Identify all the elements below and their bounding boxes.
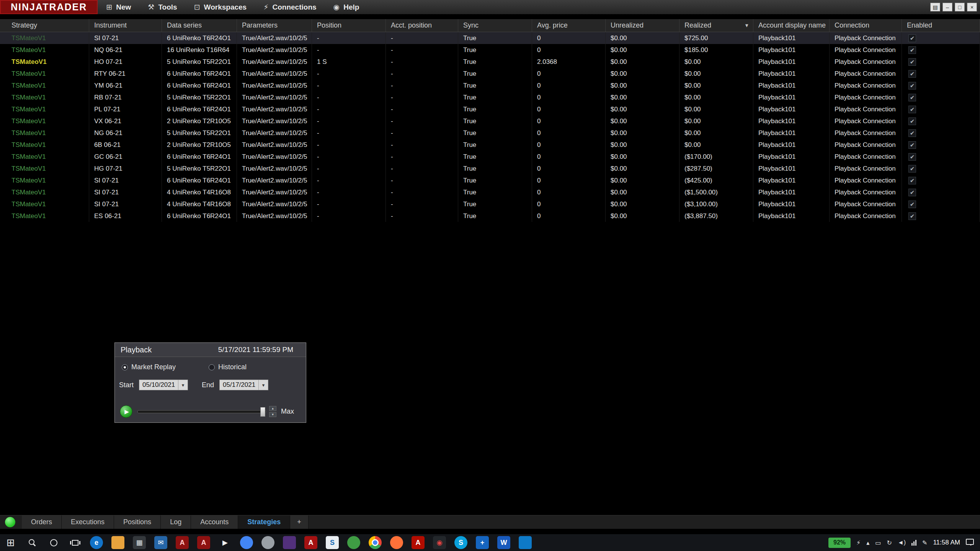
tablet-icon[interactable]: ▭ bbox=[875, 539, 881, 546]
table-row[interactable]: TSMateoV1NG 06-215 UniRenko T5R22O1True/… bbox=[0, 127, 980, 139]
enabled-checkbox[interactable]: ✔ bbox=[902, 115, 980, 127]
enabled-checkbox[interactable]: ✔ bbox=[902, 210, 980, 222]
enabled-checkbox[interactable]: ✔ bbox=[902, 139, 980, 151]
update-icon[interactable]: ↻ bbox=[887, 539, 892, 546]
speed-slider[interactable] bbox=[137, 410, 266, 413]
table-row[interactable]: TSMateoV1HG 07-215 UniRenko T5R22O1True/… bbox=[0, 163, 980, 174]
adobe-app-icon-1[interactable]: A bbox=[176, 536, 189, 549]
table-row[interactable]: TSMateoV1ES 06-216 UniRenko T6R24O1True/… bbox=[0, 210, 980, 222]
enabled-checkbox[interactable]: ✔ bbox=[902, 80, 980, 91]
column-header-parameters[interactable]: Parameters bbox=[237, 19, 312, 32]
column-header-enabled[interactable]: Enabled bbox=[902, 19, 980, 32]
historical-radio[interactable]: Historical bbox=[209, 363, 247, 371]
media-player-icon[interactable]: ▶ bbox=[219, 536, 232, 549]
table-row[interactable]: TSMateoV1PL 07-216 UniRenko T6R24O1True/… bbox=[0, 103, 980, 115]
table-row[interactable]: TSMateoV1SI 07-214 UniRenko T4R16O8True/… bbox=[0, 186, 980, 198]
enabled-checkbox[interactable]: ✔ bbox=[902, 151, 980, 163]
pen-icon[interactable]: ✎ bbox=[922, 539, 927, 546]
slider-handle[interactable] bbox=[260, 407, 265, 417]
play-button[interactable]: ▶ bbox=[120, 405, 132, 418]
green-app-icon[interactable] bbox=[347, 536, 360, 549]
audio-app-icon[interactable]: ◉ bbox=[433, 536, 446, 549]
menu-new[interactable]: ⊞ New bbox=[98, 0, 139, 14]
acrobat-reader-icon[interactable]: A bbox=[412, 536, 425, 549]
utility-gray-icon[interactable] bbox=[261, 536, 274, 549]
properties-button[interactable]: ▤ bbox=[930, 3, 940, 11]
browser-profile-icon[interactable] bbox=[240, 536, 253, 549]
cortana-button[interactable] bbox=[43, 534, 64, 551]
column-header-data-series[interactable]: Data series bbox=[162, 19, 237, 32]
enabled-checkbox[interactable]: ✔ bbox=[902, 68, 980, 80]
start-date-dropdown[interactable]: 05/10/2021 ▾ bbox=[139, 380, 188, 390]
tab-orders[interactable]: Orders bbox=[22, 515, 62, 529]
mail-icon[interactable]: ✉ bbox=[154, 536, 167, 549]
blue-plus-app-icon[interactable]: + bbox=[476, 536, 489, 549]
enabled-checkbox[interactable]: ✔ bbox=[902, 103, 980, 115]
column-header-unrealized[interactable]: Unrealized bbox=[606, 19, 679, 32]
column-header-instrument[interactable]: Instrument bbox=[89, 19, 162, 32]
menu-workspaces[interactable]: ⊡ Workspaces bbox=[186, 0, 255, 14]
enabled-checkbox[interactable]: ✔ bbox=[902, 32, 980, 44]
word-icon[interactable]: W bbox=[497, 536, 510, 549]
column-header-strategy[interactable]: Strategy bbox=[0, 19, 89, 32]
column-header-avg-price[interactable]: Avg. price bbox=[532, 19, 606, 32]
menu-tools[interactable]: ⚒ Tools bbox=[139, 0, 185, 14]
vscode-icon[interactable] bbox=[519, 536, 532, 549]
enabled-checkbox[interactable]: ✔ bbox=[902, 44, 980, 56]
action-center-button[interactable] bbox=[966, 539, 974, 546]
firefox-icon[interactable] bbox=[390, 536, 403, 549]
tab-strategies[interactable]: Strategies bbox=[238, 515, 290, 529]
table-row[interactable]: TSMateoV1RB 07-215 UniRenko T5R22O1True/… bbox=[0, 91, 980, 103]
maximize-button[interactable]: □ bbox=[955, 3, 965, 11]
table-row[interactable]: TSMateoV1VX 06-212 UniRenko T2R10O5True/… bbox=[0, 115, 980, 127]
end-date-dropdown[interactable]: 05/17/2021 ▾ bbox=[219, 380, 268, 390]
chevron-up-icon[interactable]: ▴ bbox=[866, 539, 869, 546]
enabled-checkbox[interactable]: ✔ bbox=[902, 56, 980, 68]
file-explorer-icon[interactable] bbox=[111, 536, 124, 549]
menu-help[interactable]: ◉ Help bbox=[325, 0, 368, 14]
column-header-account-display-name[interactable]: Account display name bbox=[753, 19, 830, 32]
enabled-checkbox[interactable]: ✔ bbox=[902, 186, 980, 198]
close-button[interactable]: × bbox=[967, 3, 977, 11]
spinner-up-button[interactable]: ▴ bbox=[269, 406, 276, 411]
column-header-acct-position[interactable]: Acct. position bbox=[386, 19, 458, 32]
enabled-checkbox[interactable]: ✔ bbox=[902, 91, 980, 103]
start-button[interactable]: ⊞ bbox=[0, 534, 21, 551]
spinner-down-button[interactable]: ▾ bbox=[269, 412, 276, 417]
tab-accounts[interactable]: Accounts bbox=[191, 515, 238, 529]
playback-title-bar[interactable]: Playback 5/17/2021 11:59:59 PM bbox=[115, 343, 306, 357]
table-row[interactable]: TSMateoV16B 06-212 UniRenko T2R10O5True/… bbox=[0, 139, 980, 151]
column-header-sync[interactable]: Sync bbox=[458, 19, 532, 32]
table-row[interactable]: TSMateoV1SI 07-216 UniRenko T6R24O1True/… bbox=[0, 174, 980, 186]
menu-connections[interactable]: ⚡ Connections bbox=[255, 0, 325, 14]
clock[interactable]: 11:58 AM bbox=[933, 539, 960, 546]
network-icon[interactable] bbox=[911, 540, 916, 546]
sharex-icon[interactable]: S bbox=[326, 536, 339, 549]
purple-app-icon[interactable] bbox=[283, 536, 296, 549]
table-row[interactable]: TSMateoV1NQ 06-2116 UniRenko T16R64True/… bbox=[0, 44, 980, 56]
table-row[interactable]: TSMateoV1GC 06-216 UniRenko T6R24O1True/… bbox=[0, 151, 980, 163]
volume-icon[interactable]: ◄) bbox=[898, 539, 906, 546]
column-header-realized[interactable]: Realized ▼ bbox=[679, 19, 753, 32]
tab-log[interactable]: Log bbox=[161, 515, 191, 529]
table-row[interactable]: TSMateoV1SI 07-214 UniRenko T4R16O8True/… bbox=[0, 198, 980, 210]
skype-icon[interactable]: S bbox=[454, 536, 467, 549]
minimize-button[interactable]: – bbox=[942, 3, 952, 11]
search-button[interactable] bbox=[21, 534, 43, 551]
table-row[interactable]: TSMateoV1SI 07-216 UniRenko T6R24O1True/… bbox=[0, 32, 980, 44]
column-header-position[interactable]: Position bbox=[312, 19, 386, 32]
market-replay-radio[interactable]: Market Replay bbox=[122, 363, 176, 371]
table-row[interactable]: TSMateoV1HO 07-215 UniRenko T5R22O1True/… bbox=[0, 56, 980, 68]
adobe-red-icon[interactable]: A bbox=[304, 536, 317, 549]
tab-positions[interactable]: Positions bbox=[114, 515, 161, 529]
power-plug-icon[interactable]: ⚡ bbox=[856, 539, 861, 546]
table-row[interactable]: TSMateoV1RTY 06-216 UniRenko T6R24O1True… bbox=[0, 68, 980, 80]
chrome-icon[interactable] bbox=[369, 536, 382, 549]
enabled-checkbox[interactable]: ✔ bbox=[902, 198, 980, 210]
enabled-checkbox[interactable]: ✔ bbox=[902, 174, 980, 186]
enabled-checkbox[interactable]: ✔ bbox=[902, 127, 980, 139]
column-header-connection[interactable]: Connection bbox=[830, 19, 902, 32]
sort-descending-icon[interactable]: ▼ bbox=[744, 23, 749, 28]
adobe-app-icon-2[interactable]: A bbox=[197, 536, 210, 549]
task-view-button[interactable] bbox=[64, 534, 86, 551]
